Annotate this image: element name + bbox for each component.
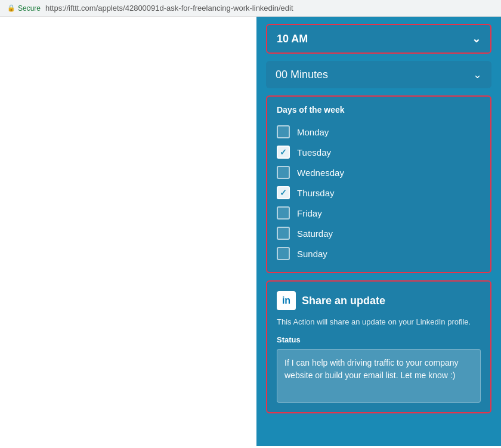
day-tuesday[interactable]: Tuesday xyxy=(277,142,481,162)
url-bar[interactable]: https://ifttt.com/applets/42800091d-ask-… xyxy=(45,4,293,13)
hour-chevron-icon: ⌄ xyxy=(472,32,481,45)
share-header: in Share an update xyxy=(277,291,481,310)
day-saturday[interactable]: Saturday xyxy=(277,223,481,243)
secure-label: Secure xyxy=(18,4,41,13)
thursday-label: Thursday xyxy=(297,188,335,198)
day-thursday[interactable]: Thursday xyxy=(277,183,481,203)
day-monday[interactable]: Monday xyxy=(277,122,481,142)
hour-select[interactable]: 10 AM ⌄ xyxy=(267,25,490,52)
share-card: in Share an update This Action will shar… xyxy=(266,280,491,413)
days-of-week-container: Days of the week Monday Tuesday Wednesda… xyxy=(266,95,491,273)
day-friday[interactable]: Friday xyxy=(277,203,481,223)
minutes-value: 00 Minutes xyxy=(276,69,328,81)
wednesday-checkbox[interactable] xyxy=(277,166,290,179)
hour-value: 10 AM xyxy=(277,33,308,45)
minutes-select[interactable]: 00 Minutes ⌄ xyxy=(266,61,491,88)
wednesday-label: Wednesday xyxy=(297,168,344,178)
status-textarea[interactable]: If I can help with driving traffic to yo… xyxy=(277,349,481,403)
browser-bar: 🔒 Secure https://ifttt.com/applets/42800… xyxy=(0,0,501,17)
minutes-select-wrapper: 00 Minutes ⌄ xyxy=(266,61,491,88)
left-area xyxy=(0,17,256,446)
saturday-checkbox[interactable] xyxy=(277,227,290,240)
share-description: This Action will share an update on your… xyxy=(277,316,481,328)
monday-label: Monday xyxy=(297,127,329,137)
linkedin-icon: in xyxy=(277,291,296,310)
sunday-checkbox[interactable] xyxy=(277,247,290,260)
day-wednesday[interactable]: Wednesday xyxy=(277,162,481,183)
friday-checkbox[interactable] xyxy=(277,206,290,220)
saturday-label: Saturday xyxy=(297,228,333,239)
monday-checkbox[interactable] xyxy=(277,125,290,138)
lock-icon: 🔒 xyxy=(7,4,16,12)
friday-label: Friday xyxy=(297,208,322,218)
tuesday-checkbox[interactable] xyxy=(277,146,290,159)
status-label: Status xyxy=(277,335,481,344)
main-container: 10 AM ⌄ 00 Minutes ⌄ Days of the week Mo… xyxy=(0,17,501,446)
thursday-checkbox[interactable] xyxy=(277,186,290,199)
minutes-chevron-icon: ⌄ xyxy=(473,68,482,81)
secure-badge: 🔒 Secure xyxy=(7,4,41,13)
sunday-label: Sunday xyxy=(297,249,327,259)
day-sunday[interactable]: Sunday xyxy=(277,243,481,264)
hour-select-wrapper: 10 AM ⌄ xyxy=(266,24,491,54)
right-panel: 10 AM ⌄ 00 Minutes ⌄ Days of the week Mo… xyxy=(256,17,501,446)
tuesday-label: Tuesday xyxy=(297,147,331,157)
days-title: Days of the week xyxy=(277,105,481,115)
share-title: Share an update xyxy=(302,295,385,307)
